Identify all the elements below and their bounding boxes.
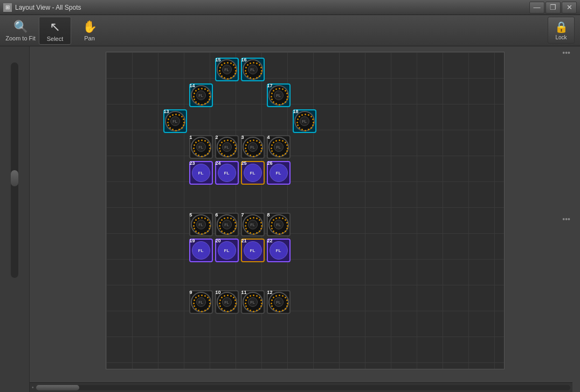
spot-num-13: 13	[164, 109, 169, 114]
spot-num-26: 26	[267, 160, 273, 166]
spot-s8[interactable]: 8FL	[266, 212, 292, 237]
spot-s13[interactable]: 13FL	[162, 108, 188, 134]
spot-num-14: 14	[190, 83, 195, 88]
spot-num-7: 7	[241, 212, 244, 218]
window-controls: — ❐ ✕	[529, 2, 577, 13]
horizontal-scrollbar[interactable]	[36, 385, 570, 390]
zoom-to-fit-label: Zoom to Fit	[5, 35, 36, 41]
select-icon: ↖	[50, 19, 60, 34]
left-sidebar	[0, 46, 30, 392]
spot-s22[interactable]: 22FL	[266, 237, 292, 263]
select-label: Select	[47, 36, 64, 42]
spot-s1[interactable]: 1FL	[188, 134, 214, 160]
spot-num-12: 12	[267, 290, 273, 295]
spot-s20[interactable]: 20FL	[214, 237, 240, 263]
spot-num-21: 21	[241, 238, 247, 243]
spot-s7[interactable]: 7FL	[240, 212, 266, 237]
spot-s12[interactable]: 12FL	[266, 289, 292, 315]
spot-num-3: 3	[241, 135, 244, 140]
spot-s3[interactable]: 3FL	[240, 134, 266, 160]
spot-num-22: 22	[267, 238, 273, 243]
spot-num-20: 20	[216, 238, 221, 243]
close-icon: ✕	[567, 3, 572, 11]
spot-s21[interactable]: 21FL	[240, 237, 266, 263]
lock-icon: 🔒	[555, 20, 568, 33]
spot-num-10: 10	[216, 290, 221, 295]
spot-s5[interactable]: 5FL	[188, 212, 214, 237]
restore-icon: ❐	[550, 3, 556, 11]
main-area: ••• ••• 15FL16FL14FL17FL13FL18FL1FL2FL3F…	[0, 46, 580, 392]
minimize-icon: —	[534, 3, 541, 11]
canvas-area[interactable]: ••• ••• 15FL16FL14FL17FL13FL18FL1FL2FL3F…	[30, 46, 580, 392]
spot-s15[interactable]: 15FL	[214, 57, 240, 82]
bottom-scrollbar-bar: •	[30, 382, 572, 392]
spot-s19[interactable]: 19FL	[188, 237, 214, 263]
minimize-button[interactable]: —	[529, 2, 544, 13]
spot-num-18: 18	[293, 109, 299, 114]
spot-s23[interactable]: 23FL	[188, 160, 214, 186]
spot-num-8: 8	[267, 212, 270, 218]
spot-num-15: 15	[216, 57, 221, 62]
app-icon: ⊞	[3, 3, 12, 12]
spot-s26[interactable]: 26FL	[266, 160, 292, 186]
layout-grid[interactable]: 15FL16FL14FL17FL13FL18FL1FL2FL3FL4FL23FL…	[106, 52, 505, 369]
zoom-icon: 🔍	[13, 20, 28, 34]
spot-s18[interactable]: 18FL	[292, 108, 317, 134]
title-bar: ⊞ Layout View - All Spots — ❐ ✕	[0, 0, 580, 15]
spot-num-6: 6	[216, 212, 218, 218]
spot-num-16: 16	[241, 57, 247, 62]
spot-s2[interactable]: 2FL	[214, 134, 240, 160]
vertical-scrollbar[interactable]	[11, 62, 18, 278]
options-menu-mid[interactable]: •••	[560, 214, 572, 225]
restore-button[interactable]: ❐	[546, 2, 561, 13]
lock-label: Lock	[555, 34, 567, 40]
scroll-start-icon: •	[32, 384, 34, 390]
spot-s6[interactable]: 6FL	[214, 212, 240, 237]
spot-s14[interactable]: 14FL	[188, 82, 214, 108]
toolbar: 🔍 Zoom to Fit ↖ Select ✋ Pan 🔒 Lock	[0, 15, 580, 46]
window-title: Layout View - All Spots	[15, 4, 81, 11]
spot-num-25: 25	[241, 160, 247, 166]
spot-num-17: 17	[267, 83, 273, 88]
spot-num-11: 11	[241, 290, 247, 295]
spot-num-2: 2	[216, 135, 218, 140]
spot-s4[interactable]: 4FL	[266, 134, 292, 160]
spot-num-9: 9	[190, 290, 192, 295]
spot-num-23: 23	[190, 160, 195, 166]
spot-num-24: 24	[216, 160, 221, 166]
lock-button[interactable]: 🔒 Lock	[548, 17, 575, 44]
spot-num-4: 4	[267, 135, 270, 140]
spot-num-1: 1	[190, 135, 192, 140]
zoom-to-fit-button[interactable]: 🔍 Zoom to Fit	[4, 17, 37, 45]
spot-s16[interactable]: 16FL	[240, 57, 266, 82]
pan-button[interactable]: ✋ Pan	[73, 17, 106, 45]
spot-s25[interactable]: 25FL	[240, 160, 266, 186]
pan-icon: ✋	[82, 20, 97, 34]
h-scrollbar-thumb[interactable]	[36, 385, 79, 390]
spot-s24[interactable]: 24FL	[214, 160, 240, 186]
spot-s10[interactable]: 10FL	[214, 289, 240, 315]
pan-label: Pan	[84, 35, 95, 41]
options-menu-top[interactable]: •••	[560, 47, 572, 58]
spot-num-19: 19	[190, 238, 195, 243]
spot-s11[interactable]: 11FL	[240, 289, 266, 315]
spot-s17[interactable]: 17FL	[266, 82, 292, 108]
select-button[interactable]: ↖ Select	[39, 17, 71, 45]
spot-num-5: 5	[190, 212, 192, 218]
close-button[interactable]: ✕	[562, 2, 577, 13]
spot-s9[interactable]: 9FL	[188, 289, 214, 315]
scrollbar-thumb[interactable]	[11, 170, 18, 186]
